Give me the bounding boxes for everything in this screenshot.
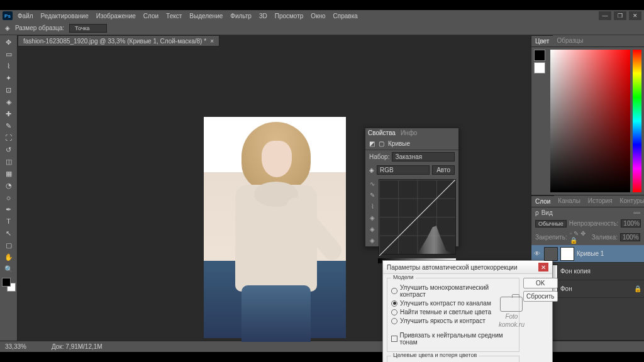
curves-graph[interactable] [379,179,456,255]
fill-label: Заливка: [592,234,618,241]
canvas[interactable] [204,117,346,338]
color-mini-swatch[interactable] [534,50,548,192]
menu-image[interactable]: Изображение [96,13,136,19]
menu-filter[interactable]: Фильтр [230,13,252,19]
heal-tool[interactable]: ✚ [2,108,16,119]
toolbox: ✥ ▭ ⌇ ✦ ⊡ ◈ ✚ ✎ ⛶ ↺ ◫ ▦ ◔ ☼ ✒ T ↖ ▢ ✋ 🔍 [0,35,18,341]
lasso-tool[interactable]: ⌇ [2,60,16,72]
tab-properties[interactable]: Свойства [368,129,396,136]
auto-color-dialog: Параметры автоматической цветокоррекции … [382,260,553,362]
window-restore[interactable]: ❐ [614,11,626,20]
radio-mono-label: Улучшить монохроматический контраст [400,284,515,298]
cancel-button[interactable]: Сбросить [523,291,557,302]
text-tool[interactable]: T [2,216,16,227]
eraser-tool[interactable]: ◫ [2,156,16,167]
curve-smooth-icon[interactable]: ⌇ [368,202,377,211]
color-swatch[interactable] [2,278,16,292]
marquee-tool[interactable]: ▭ [2,48,16,60]
shape-tool[interactable]: ▢ [2,239,16,251]
document-tab[interactable]: fashion-1623085_1920.jpg @ 33,3% (Кривые… [18,35,219,47]
hue-slider[interactable] [633,50,641,192]
tab-history[interactable]: История [584,195,616,207]
radio-mono-contrast[interactable]: Улучшить монохроматический контраст [391,284,515,298]
history-brush-tool[interactable]: ↺ [2,144,16,155]
channel-select[interactable]: RGB [377,165,430,175]
tab-swatches[interactable]: Образцы [553,35,587,47]
opacity-label: Непрозрачность: [569,220,619,227]
layer-name: Кривые 1 [577,250,604,257]
path-tool[interactable]: ↖ [2,228,16,239]
color-picker-box[interactable] [550,50,630,192]
move-tool[interactable]: ✥ [2,36,16,48]
menu-window[interactable]: Окно [311,13,325,19]
black-point-icon[interactable]: ◈ [368,213,377,222]
filter-icon[interactable]: ▫▫▫ [633,209,640,216]
layer-name: Фон копия [560,268,591,275]
lock-label: Закрепить: [535,234,567,241]
hand-tool[interactable]: ✋ [2,251,16,263]
menu-3d[interactable]: 3D [259,13,267,19]
tab-color[interactable]: Цвет [531,35,553,47]
gradient-tool[interactable]: ▦ [2,168,16,179]
tab-paths[interactable]: Контуры [616,195,644,207]
camera-icon [500,297,523,312]
menu-select[interactable]: Выделение [189,13,223,19]
opacity-value[interactable]: 100% [621,219,641,228]
gray-point-icon[interactable]: ◈ [368,224,377,233]
tab-info[interactable]: Инфо [401,129,418,136]
options-bar: ◈ Размер образца: Точка [0,21,644,35]
eye-icon[interactable]: 👁 [534,250,541,258]
wand-tool[interactable]: ✦ [2,72,16,84]
lock-icons[interactable]: ▫ ✎ ✥ 🔒 [570,230,587,244]
lock-icon: 🔒 [634,285,641,292]
white-point-icon[interactable]: ◈ [368,236,377,244]
menu-layers[interactable]: Слои [143,13,158,19]
brush-tool[interactable]: ✎ [2,120,16,131]
menu-view[interactable]: Просмотр [275,13,304,19]
group-algorithms-title: Модели [391,274,416,280]
blur-tool[interactable]: ◔ [2,180,16,191]
layer-thumb-curves [544,247,558,261]
group-targets-title: Целевые цвета и потеря цветов [391,352,479,358]
eyedropper-tool[interactable]: ◈ [2,96,16,107]
status-doc: Док: 7,91M/12,1M [52,343,103,350]
channel-icon: ◈ [369,167,374,173]
blend-mode-select[interactable]: Обычные [535,220,567,228]
sample-size-select[interactable]: Точка [69,24,107,33]
tab-layers[interactable]: Слои [531,195,554,207]
svg-line-0 [379,180,455,256]
curve-draw-icon[interactable]: ∿ [368,179,377,188]
layer-curves-1[interactable]: 👁 Кривые 1 [531,245,644,263]
window-minimize[interactable]: — [599,11,611,20]
tab-channels[interactable]: Каналы [554,195,584,207]
menu-help[interactable]: Справка [333,13,358,19]
close-tab-icon[interactable]: × [210,38,214,45]
crop-tool[interactable]: ⊡ [2,84,16,96]
check-neutral-midtones[interactable]: Привязать к нейтральным средним тонам [391,332,515,346]
layer-thumb-mask [560,247,574,261]
window-close[interactable]: ✕ [629,11,641,20]
document-tab-title: fashion-1623085_1920.jpg @ 33,3% (Кривые… [23,38,206,45]
radio-perchan-label: Улучшить контраст по каналам [400,300,491,307]
dodge-tool[interactable]: ☼ [2,192,16,203]
stamp-tool[interactable]: ⛶ [2,132,16,143]
menu-file[interactable]: Файл [18,13,33,19]
radio-brightness-contrast[interactable]: Улучшить яркость и контраст [391,317,515,324]
curve-pencil-icon[interactable]: ✎ [368,190,377,199]
menu-text[interactable]: Текст [166,13,182,19]
auto-button[interactable]: Авто [432,165,455,175]
radio-find-dark-light[interactable]: Найти темные и светлые цвета [391,309,515,315]
menu-edit[interactable]: Редактирование [41,13,89,19]
fill-value[interactable]: 100% [620,233,640,241]
zoom-tool[interactable]: 🔍 [2,263,16,275]
pen-tool[interactable]: ✒ [2,204,16,215]
main-menu: Файл Редактирование Изображение Слои Тек… [18,13,358,19]
dialog-close-icon[interactable]: ✕ [538,263,548,272]
ok-button[interactable]: OK [523,278,557,288]
eyedropper-icon: ◈ [5,25,10,31]
radio-per-channel[interactable]: Улучшить контраст по каналам [391,300,515,307]
status-zoom[interactable]: 33,33% [5,343,26,350]
properties-panel: Свойства Инфо ◩ ▢ Кривые Набор: Заказная… [365,128,459,247]
preset-select[interactable]: Заказная [392,152,455,162]
dialog-title: Параметры автоматической цветокоррекции [387,264,518,271]
